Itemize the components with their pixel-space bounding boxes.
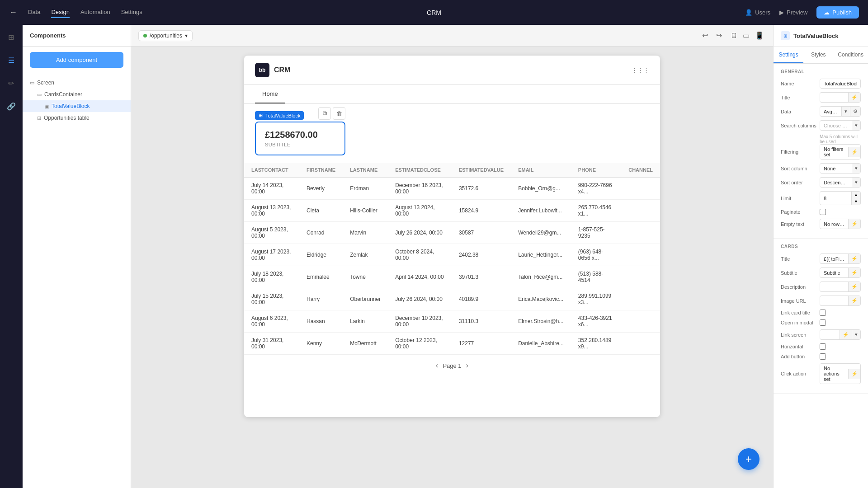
paginate-checkbox[interactable]: [820, 209, 826, 215]
sort-order-dropdown-button[interactable]: ▾: [852, 178, 860, 187]
tvb-delete-button[interactable]: 🗑: [333, 107, 345, 120]
sidebar-icon-link[interactable]: 🔗: [4, 99, 19, 113]
tvb-label: ⊞ TotalValueBlock: [255, 111, 304, 120]
add-component-button[interactable]: Add component: [30, 52, 123, 68]
limit-decrement-button[interactable]: ▼: [852, 198, 860, 205]
path-badge[interactable]: /opportunities ▾: [138, 30, 193, 41]
open-in-modal-checkbox[interactable]: [820, 319, 826, 326]
preview-button[interactable]: ▶ Preview: [779, 9, 807, 16]
sidebar-icon-grid[interactable]: ⊞: [5, 30, 17, 44]
cards-title-field-row: Title £{{ toFixed TotalV... ⚡: [781, 253, 861, 264]
add-button-checkbox[interactable]: [820, 353, 826, 360]
sidebar-icon-list[interactable]: ☰: [5, 53, 17, 67]
name-label: Name: [781, 81, 817, 86]
cards-title-label: Title: [781, 256, 817, 262]
nav-data[interactable]: Data: [28, 7, 40, 18]
sidebar-icon-edit[interactable]: ✏: [5, 76, 17, 90]
table-cell: 31110.3: [452, 310, 511, 333]
undo-button[interactable]: ↩: [700, 29, 710, 42]
sort-column-dropdown-button[interactable]: ▾: [852, 164, 860, 173]
tvb-amount: £1258670.00: [265, 130, 335, 140]
nav-tab-home[interactable]: Home: [255, 85, 285, 103]
right-panel-header: ⊞ TotalValueBlock: [774, 25, 868, 47]
col-channel: CHANNEL: [621, 163, 660, 178]
table-cell: (963) 648-0656 x...: [571, 244, 621, 266]
canvas-area: /opportunities ▾ ↩ ↪ 🖥 ▭ 📱 bb: [131, 25, 773, 488]
search-columns-placeholder: Choose search col...: [820, 121, 852, 130]
publish-button[interactable]: ☁ Publish: [816, 6, 859, 19]
pagination-prev-button[interactable]: ‹: [436, 361, 438, 370]
tvb-card: £1258670.00 SUBTITLE: [255, 122, 345, 155]
desktop-view-button[interactable]: 🖥: [728, 29, 739, 42]
search-columns-dropdown-button[interactable]: ▾: [852, 121, 860, 130]
limit-increment-button[interactable]: ▲: [852, 192, 860, 198]
tree-item-total-value-block[interactable]: ▣ TotalValueBlock: [23, 100, 131, 112]
table-cell: 1-857-525-9235: [571, 222, 621, 244]
data-settings-button[interactable]: ⚙: [850, 107, 860, 116]
data-field-row: Data AvgAndTotalValue ▾ ⚙: [781, 106, 861, 117]
sort-order-wrap: Descending ▾: [820, 177, 861, 188]
topbar: ← Data Design Automation Settings CRM 👤 …: [0, 0, 868, 25]
empty-text-lightning-button[interactable]: ⚡: [848, 219, 860, 229]
nav-design[interactable]: Design: [51, 7, 69, 18]
table-cell: August 6 2023, 00:00: [244, 310, 299, 333]
table-cell: Cleta: [299, 200, 343, 222]
search-columns-field-row: Search columns Choose search col... ▾: [781, 120, 861, 131]
link-screen-field-row: Link screen ⚡ ▾: [781, 329, 861, 340]
table-cell: Jennifer.Lubowit...: [511, 200, 571, 222]
table-cell: Towne: [343, 266, 388, 288]
fab-button[interactable]: +: [738, 448, 760, 470]
sort-column-field-row: Sort column None ▾: [781, 163, 861, 174]
cards-description-lightning-button[interactable]: ⚡: [848, 282, 860, 291]
sort-column-value: None: [820, 164, 852, 173]
table-cell: [621, 200, 660, 222]
back-button[interactable]: ←: [9, 8, 17, 17]
path-label: /opportunities: [150, 33, 182, 39]
add-button-field-row: Add button: [781, 353, 861, 360]
title-input-wrap: ⚡: [820, 92, 861, 103]
tablet-view-button[interactable]: ▭: [741, 29, 751, 42]
link-screen-lightning-button[interactable]: ⚡: [840, 330, 852, 339]
filtering-field-row: Filtering No filters set ⚡: [781, 144, 861, 160]
name-input[interactable]: [820, 79, 861, 89]
nav-settings[interactable]: Settings: [121, 7, 142, 18]
cards-title-lightning-button[interactable]: ⚡: [848, 254, 860, 263]
sort-column-wrap: None ▾: [820, 163, 861, 174]
redo-button[interactable]: ↪: [714, 29, 724, 42]
pagination-label: Page 1: [443, 362, 461, 369]
link-card-title-checkbox[interactable]: [820, 310, 826, 316]
table-cell: Erdman: [343, 178, 388, 200]
link-screen-dropdown-button[interactable]: ▾: [852, 330, 860, 339]
table-cell: October 8 2024, 00:00: [388, 244, 452, 266]
paginate-label: Paginate: [781, 209, 817, 215]
horizontal-checkbox[interactable]: [820, 343, 826, 350]
nav-automation[interactable]: Automation: [80, 7, 110, 18]
tab-styles[interactable]: Styles: [803, 47, 833, 63]
cards-description-field-row: Description ⚡: [781, 282, 861, 292]
pagination-next-button[interactable]: ›: [466, 361, 468, 370]
title-input[interactable]: [820, 93, 848, 102]
tree-item-opportunities-table[interactable]: ⊞ Opportunities table: [23, 112, 131, 124]
users-button[interactable]: 👤 Users: [745, 9, 770, 16]
tree-item-cards-container[interactable]: ▭ CardsContainer: [23, 89, 131, 100]
tab-conditions[interactable]: Conditions: [833, 47, 868, 63]
col-email: EMAIL: [511, 163, 571, 178]
canvas-toolbar: /opportunities ▾ ↩ ↪ 🖥 ▭ 📱: [131, 25, 773, 47]
limit-input[interactable]: [820, 194, 851, 203]
horizontal-label: Horizontal: [781, 344, 817, 349]
click-action-lightning-button[interactable]: ⚡: [848, 369, 860, 379]
data-dropdown-button[interactable]: ▾: [841, 107, 850, 116]
mobile-view-button[interactable]: 📱: [753, 29, 766, 42]
cards-image-url-lightning-button[interactable]: ⚡: [848, 296, 860, 305]
tree-item-screen[interactable]: ▭ Screen: [23, 77, 131, 89]
table-cell: Eldridge: [299, 244, 343, 266]
title-lightning-button[interactable]: ⚡: [848, 93, 860, 102]
search-columns-label: Search columns: [781, 123, 817, 128]
cards-subtitle-lightning-button[interactable]: ⚡: [848, 268, 860, 277]
table-cell: August 5 2023, 00:00: [244, 222, 299, 244]
horizontal-field-row: Horizontal: [781, 343, 861, 350]
tab-settings[interactable]: Settings: [774, 47, 803, 63]
empty-text-field-row: Empty text No rows found ⚡: [781, 219, 861, 229]
filtering-lightning-button[interactable]: ⚡: [848, 147, 860, 157]
tvb-copy-button[interactable]: ⧉: [318, 107, 331, 120]
